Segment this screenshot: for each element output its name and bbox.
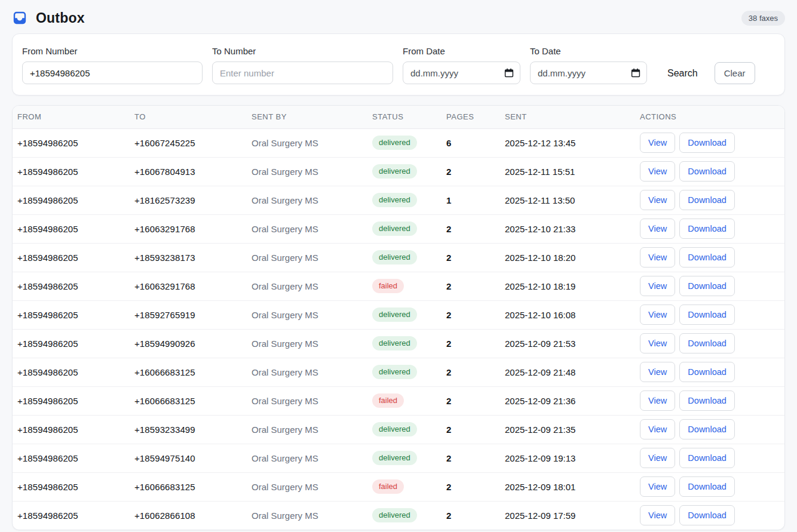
sent-cell: 2025-12-09 21:36 xyxy=(500,386,635,415)
sent-by-cell: Oral Surgery MS xyxy=(247,128,367,157)
status-badge: delivered xyxy=(372,422,417,436)
table-row: +18594986205 +18594990926 Oral Surgery M… xyxy=(13,329,784,358)
view-button[interactable]: View xyxy=(640,419,675,439)
sent-by-cell: Oral Surgery MS xyxy=(247,157,367,186)
actions-cell: View Download xyxy=(635,329,784,358)
download-button[interactable]: Download xyxy=(679,190,735,210)
filter-bar: From Number To Number From Date To Date xyxy=(12,33,785,96)
page-title: Outbox xyxy=(36,10,85,26)
column-header-status: Status xyxy=(367,106,442,128)
to-number-field: To Number xyxy=(212,46,393,84)
actions-cell: View Download xyxy=(635,128,784,157)
from-cell: +18594986205 xyxy=(13,386,130,415)
clear-button[interactable]: Clear xyxy=(715,62,755,84)
view-button[interactable]: View xyxy=(640,362,675,382)
to-cell: +18162573239 xyxy=(130,186,247,214)
view-button[interactable]: View xyxy=(640,448,675,468)
status-badge: delivered xyxy=(372,136,417,150)
pages-cell: 2 xyxy=(442,243,500,272)
download-button[interactable]: Download xyxy=(679,419,735,439)
to-cell: +18592765919 xyxy=(130,300,247,329)
status-badge: delivered xyxy=(372,222,417,236)
pages-cell: 2 xyxy=(442,358,500,386)
download-button[interactable]: Download xyxy=(679,448,735,468)
actions-cell: View Download xyxy=(635,358,784,386)
column-header-sent: Sent xyxy=(500,106,635,128)
download-button[interactable]: Download xyxy=(679,333,735,353)
column-header-sent-by: Sent By xyxy=(247,106,367,128)
pages-cell: 2 xyxy=(442,386,500,415)
pages-cell: 2 xyxy=(442,157,500,186)
status-badge: delivered xyxy=(372,250,417,265)
to-date-label: To Date xyxy=(530,46,647,56)
view-button[interactable]: View xyxy=(640,305,675,325)
pages-cell: 2 xyxy=(442,415,500,444)
from-date-input[interactable] xyxy=(403,61,520,84)
download-button[interactable]: Download xyxy=(679,276,735,296)
sent-cell: 2025-12-11 13:50 xyxy=(500,186,635,214)
sent-by-cell: Oral Surgery MS xyxy=(247,358,367,386)
view-button[interactable]: View xyxy=(640,505,675,525)
download-button[interactable]: Download xyxy=(679,390,735,411)
actions-cell: View Download xyxy=(635,157,784,186)
sent-by-cell: Oral Surgery MS xyxy=(247,243,367,272)
from-number-field: From Number xyxy=(22,46,203,84)
column-header-actions: Actions xyxy=(635,106,784,128)
view-button[interactable]: View xyxy=(640,219,675,239)
view-button[interactable]: View xyxy=(640,276,675,296)
to-number-input[interactable] xyxy=(212,61,393,84)
actions-cell: View Download xyxy=(635,444,784,472)
to-date-input[interactable] xyxy=(530,61,647,84)
table-row: +18594986205 +16066683125 Oral Surgery M… xyxy=(13,472,784,501)
download-button[interactable]: Download xyxy=(679,305,735,325)
view-button[interactable]: View xyxy=(640,133,675,153)
status-cell: delivered xyxy=(367,415,442,444)
view-button[interactable]: View xyxy=(640,333,675,353)
sent-cell: 2025-12-10 18:20 xyxy=(500,243,635,272)
outbox-table-card: From To Sent By Status Pages Sent Action… xyxy=(12,105,785,530)
from-cell: +18594986205 xyxy=(13,272,130,300)
download-button[interactable]: Download xyxy=(679,247,735,267)
calendar-icon[interactable] xyxy=(631,68,640,78)
from-date-field: From Date xyxy=(403,46,520,84)
pages-cell: 2 xyxy=(442,472,500,501)
table-row: +18594986205 +16066683125 Oral Surgery M… xyxy=(13,358,784,386)
pages-cell: 2 xyxy=(442,329,500,358)
calendar-icon[interactable] xyxy=(504,68,514,78)
view-button[interactable]: View xyxy=(640,161,675,182)
pages-cell: 2 xyxy=(442,501,500,530)
from-number-input[interactable] xyxy=(22,61,203,84)
download-button[interactable]: Download xyxy=(679,161,735,182)
table-row: +18594986205 +18592765919 Oral Surgery M… xyxy=(13,300,784,329)
to-date-field: To Date xyxy=(530,46,647,84)
sent-by-cell: Oral Surgery MS xyxy=(247,386,367,415)
download-button[interactable]: Download xyxy=(679,505,735,525)
download-button[interactable]: Download xyxy=(679,362,735,382)
status-cell: delivered xyxy=(367,214,442,243)
status-badge: delivered xyxy=(372,193,417,207)
to-cell: +16066683125 xyxy=(130,386,247,415)
view-button[interactable]: View xyxy=(640,190,675,210)
from-cell: +18594986205 xyxy=(13,358,130,386)
sent-cell: 2025-12-10 18:19 xyxy=(500,272,635,300)
view-button[interactable]: View xyxy=(640,390,675,411)
status-cell: failed xyxy=(367,472,442,501)
table-row: +18594986205 +16063291768 Oral Surgery M… xyxy=(13,214,784,243)
to-cell: +18594975140 xyxy=(130,444,247,472)
download-button[interactable]: Download xyxy=(679,476,735,497)
status-badge: failed xyxy=(372,393,404,408)
sent-by-cell: Oral Surgery MS xyxy=(247,415,367,444)
table-row: +18594986205 +18162573239 Oral Surgery M… xyxy=(13,186,784,214)
sent-cell: 2025-12-09 18:01 xyxy=(500,472,635,501)
status-cell: delivered xyxy=(367,243,442,272)
from-cell: +18594986205 xyxy=(13,501,130,530)
view-button[interactable]: View xyxy=(640,247,675,267)
to-cell: +16067245225 xyxy=(130,128,247,157)
view-button[interactable]: View xyxy=(640,476,675,497)
pages-cell: 6 xyxy=(442,128,500,157)
sent-by-cell: Oral Surgery MS xyxy=(247,272,367,300)
download-button[interactable]: Download xyxy=(679,219,735,239)
download-button[interactable]: Download xyxy=(679,133,735,153)
search-button[interactable]: Search xyxy=(664,63,701,84)
from-cell: +18594986205 xyxy=(13,128,130,157)
